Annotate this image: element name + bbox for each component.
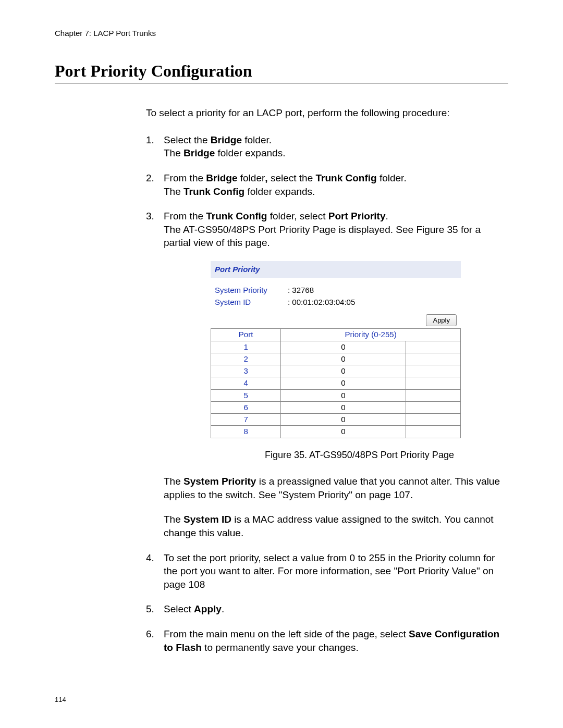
system-info: System Priority : 32768 System ID : 00:0… bbox=[211, 278, 461, 313]
col-priority: Priority (0-255) bbox=[281, 329, 461, 341]
figure-35: Port Priority System Priority : 32768 Sy… bbox=[211, 261, 508, 461]
apply-button[interactable]: Apply bbox=[426, 314, 457, 327]
step-1: Select the Bridge folder. The Bridge fol… bbox=[146, 133, 508, 160]
col-port: Port bbox=[211, 329, 281, 341]
content-block: To select a priority for an LACP port, p… bbox=[146, 106, 508, 654]
table-row: 20 bbox=[211, 353, 461, 365]
step-5: Select Apply. bbox=[146, 602, 508, 616]
note-system-id: The System ID is a MAC address value ass… bbox=[164, 513, 508, 539]
section-title: Port Priority Configuration bbox=[55, 61, 508, 83]
system-priority-label: System Priority bbox=[215, 285, 288, 295]
table-row: 10 bbox=[211, 341, 461, 353]
step-2: From the Bridge folder, select the Trunk… bbox=[146, 171, 508, 198]
procedure-list: Select the Bridge folder. The Bridge fol… bbox=[146, 133, 508, 655]
apply-row: Apply bbox=[211, 313, 461, 329]
chapter-header: Chapter 7: LACP Port Trunks bbox=[55, 29, 508, 38]
table-row: 30 bbox=[211, 365, 461, 377]
figure-caption: Figure 35. AT-GS950/48PS Port Priority P… bbox=[211, 449, 508, 461]
step-3: From the Trunk Config folder, select Por… bbox=[146, 209, 508, 539]
panel-title: Port Priority bbox=[211, 261, 461, 278]
page: Chapter 7: LACP Port Trunks Port Priorit… bbox=[0, 0, 563, 724]
page-number: 114 bbox=[55, 696, 508, 704]
step-4: To set the port priority, select a value… bbox=[146, 551, 508, 591]
table-row: 70 bbox=[211, 414, 461, 426]
table-row: 60 bbox=[211, 401, 461, 413]
table-row: 80 bbox=[211, 426, 461, 438]
table-row: 40 bbox=[211, 377, 461, 389]
port-priority-panel: Port Priority System Priority : 32768 Sy… bbox=[211, 261, 461, 438]
note-system-priority: The System Priority is a preassigned val… bbox=[164, 475, 508, 501]
step-6: From the main menu on the left side of t… bbox=[146, 627, 508, 654]
intro-text: To select a priority for an LACP port, p… bbox=[146, 106, 508, 120]
port-priority-table: Port Priority (0-255) 10 20 30 40 50 60 bbox=[211, 328, 461, 438]
system-id-value: : 00:01:02:03:04:05 bbox=[288, 297, 392, 307]
table-row: 50 bbox=[211, 389, 461, 401]
system-id-label: System ID bbox=[215, 297, 288, 307]
system-priority-value: : 32768 bbox=[288, 285, 392, 295]
